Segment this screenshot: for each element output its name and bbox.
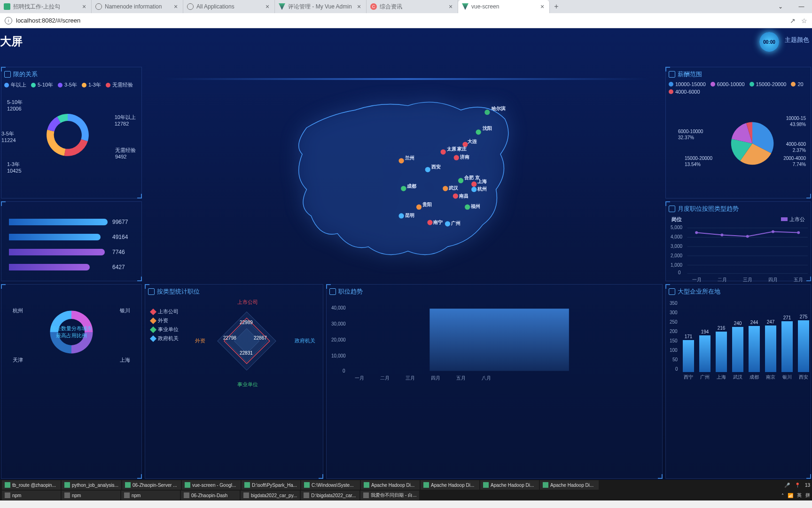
vue-icon: [279, 3, 285, 10]
globe-icon: [187, 3, 194, 10]
panel-title-text: 薪酬范围: [678, 70, 702, 79]
theme-button[interactable]: 主题颜色: [785, 36, 809, 44]
column-chart: 350 300 250 200 150 100 50 0 171 西宁 194 …: [669, 299, 808, 383]
panel-icon: [4, 71, 11, 78]
bar: [749, 326, 760, 372]
new-tab-button[interactable]: +: [550, 0, 563, 13]
tab-2[interactable]: All Applications×: [183, 0, 275, 13]
taskbar-row-1: tb_route @zhaopin...python_job_analysis.…: [0, 480, 812, 490]
url-text[interactable]: localhost:8082/#/screen: [16, 17, 786, 24]
svg-point-43: [721, 234, 724, 237]
svg-text:太原 家庄: 太原 家庄: [446, 146, 467, 151]
bar: [798, 320, 809, 372]
tab-0[interactable]: 招聘找工作-上拉勾×: [0, 0, 92, 13]
svg-text:成都: 成都: [406, 183, 416, 189]
tab-title: 评论管理 - My Vue Admin: [288, 3, 353, 11]
bar: [716, 332, 727, 372]
close-icon[interactable]: ×: [172, 3, 179, 10]
close-icon[interactable]: ×: [356, 3, 362, 10]
wifi-icon[interactable]: 📶: [788, 493, 793, 498]
svg-point-18: [471, 187, 476, 192]
svg-point-45: [772, 230, 774, 233]
taskbar-item[interactable]: Apache Hadoop Di...: [540, 480, 599, 490]
svg-text:上海: 上海: [477, 179, 487, 184]
taskbar-item[interactable]: Apache Hadoop Di...: [480, 480, 539, 490]
tab-3[interactable]: 评论管理 - My Vue Admin×: [275, 0, 367, 13]
taskbar-item[interactable]: 06-Zhaopin-Dash: [181, 491, 240, 500]
taskbar-item[interactable]: tb_route @zhaopin...: [2, 480, 61, 490]
donut-chart: 10年以上12782 无需经验9492 1-3年10425 3-5年11224 …: [4, 90, 139, 184]
dashboard-screen: 大屏 00:00 主题颜色 限的关系 年以上 5-10年 3-5年 1-3年 无…: [0, 28, 812, 480]
ime-indicator[interactable]: 英: [797, 492, 802, 499]
taskbar-item[interactable]: python_job_analysis...: [62, 480, 121, 490]
bar: [765, 325, 776, 372]
taskbar-item[interactable]: D:\soft\PySpark_Ha...: [242, 480, 300, 490]
svg-point-26: [465, 205, 470, 210]
star-icon[interactable]: ☆: [801, 17, 807, 24]
panel-icon: [669, 288, 675, 295]
taskbar-item[interactable]: C:\Windows\Syste...: [301, 480, 360, 490]
svg-text:哈尔滨: 哈尔滨: [492, 106, 506, 111]
close-icon[interactable]: ×: [81, 3, 87, 10]
taskbar-item[interactable]: Apache Hadoop Di...: [361, 480, 420, 490]
close-icon[interactable]: ×: [447, 3, 454, 10]
tab-1[interactable]: Namenode information×: [92, 0, 183, 13]
svg-point-46: [797, 231, 800, 234]
share-icon[interactable]: ↗: [790, 17, 796, 24]
panel-icon: [669, 71, 675, 78]
svg-point-28: [416, 205, 422, 210]
keyboard-indicator[interactable]: 拼: [805, 492, 810, 499]
china-map[interactable]: 哈尔滨 沈阳 大连 太原 家庄 济南 兰州 西安 合肥 京 上海 杭州 武汉 成…: [160, 75, 647, 273]
svg-point-30: [399, 213, 404, 218]
svg-point-34: [445, 221, 450, 226]
svg-text:南宁: 南宁: [433, 220, 443, 225]
svg-text:西安: 西安: [431, 164, 441, 169]
svg-text:福州: 福州: [470, 204, 480, 209]
panel-icon: [148, 288, 155, 295]
panel-experience: 限的关系 年以上 5-10年 3-5年 1-3年 无需经验: [1, 67, 142, 198]
taskbar-item[interactable]: D:\bigdata2022_car...: [301, 491, 359, 500]
page-title: 大屏: [0, 34, 23, 49]
svg-text:沈阳: 沈阳: [483, 126, 492, 131]
close-icon[interactable]: ×: [539, 3, 546, 10]
taskbar-item[interactable]: 我爱你不问归期 - 白...: [360, 491, 419, 500]
legend: 10000-15000 6000-10000 15000-20000 20 40…: [669, 81, 808, 95]
taskbar-item[interactable]: npm: [121, 491, 180, 500]
taskbar-item[interactable]: npm: [2, 491, 61, 500]
taskbar-item[interactable]: 06-Zhaopin-Server ...: [122, 480, 181, 490]
tab-5[interactable]: vue-screen×: [458, 0, 550, 13]
svg-point-10: [399, 158, 404, 163]
svg-point-24: [453, 193, 458, 198]
svg-point-32: [428, 220, 433, 225]
svg-text:昆明: 昆明: [405, 213, 414, 218]
panel-salary: 薪酬范围 10000-15000 6000-10000 15000-20000 …: [665, 67, 811, 198]
pie-chart: 10000-1543.98% 4000-6002.37% 2000-40007.…: [669, 96, 808, 190]
panel-title-text: 限的关系: [13, 70, 38, 79]
browser-tab-strip: 招聘找工作-上拉勾× Namenode information× All App…: [0, 0, 812, 13]
taskbar-item[interactable]: bigdata2022_car_py...: [241, 491, 300, 500]
mic-icon[interactable]: 🎤: [784, 483, 790, 488]
svg-point-22: [401, 186, 406, 191]
location-icon[interactable]: 📍: [795, 483, 800, 488]
timer-badge: 00:00: [759, 32, 779, 52]
panel-title-text: 按类型统计职位: [157, 287, 200, 296]
minimize-icon[interactable]: —: [791, 0, 812, 13]
taskbar-item[interactable]: npm: [62, 491, 120, 500]
dropdown-icon[interactable]: ⌄: [770, 0, 791, 13]
close-icon[interactable]: ×: [264, 3, 271, 10]
taskbar-item[interactable]: Apache Hadoop Di...: [421, 480, 479, 490]
chevron-up-icon[interactable]: ˄: [781, 493, 784, 498]
panel-enterprise-city: 大型企业所在地 350 300 250 200 150 100 50 0 171…: [665, 284, 811, 479]
svg-point-2: [476, 129, 481, 135]
line-chart: 5,000 4,000 3,000 2,000 1,000 0 一月 二月 三月…: [669, 223, 808, 279]
svg-point-8: [454, 155, 459, 160]
tab-4[interactable]: C综合资讯×: [367, 0, 458, 13]
svg-text:大连: 大连: [467, 139, 477, 144]
bar: [699, 335, 710, 372]
tab-title: 综合资讯: [380, 3, 445, 11]
clock: 13: [805, 483, 810, 488]
globe-icon: [95, 3, 102, 10]
taskbar-item[interactable]: vue-screen - Googl...: [182, 480, 241, 490]
bar: [781, 321, 793, 372]
info-icon[interactable]: i: [5, 17, 12, 24]
